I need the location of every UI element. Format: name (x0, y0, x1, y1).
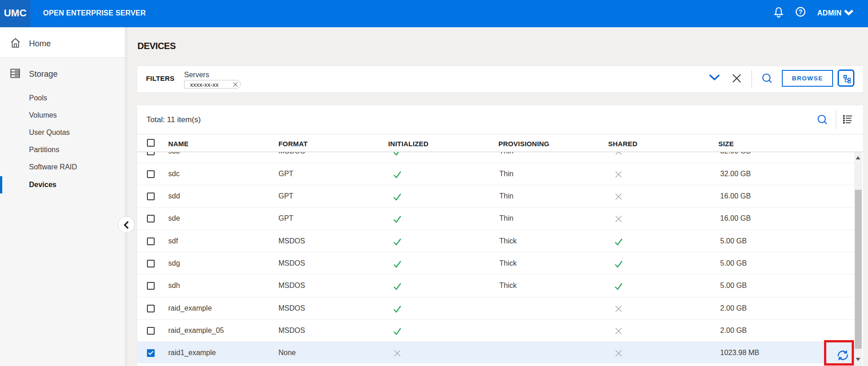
svg-text:?: ? (799, 8, 803, 15)
